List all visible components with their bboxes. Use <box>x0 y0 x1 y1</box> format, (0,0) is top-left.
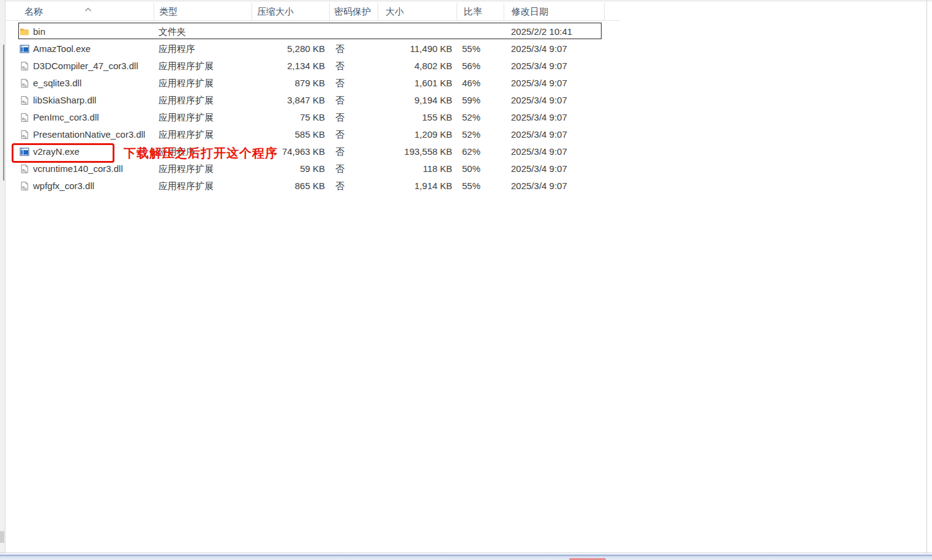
password-protected: 否 <box>329 40 378 58</box>
file-name: e_sqlite3.dll <box>33 75 81 92</box>
modified-date: 2025/3/4 9:07 <box>504 92 604 109</box>
password-protected: 否 <box>329 143 378 160</box>
file-size: 1,209 KB <box>378 126 457 143</box>
column-header-spacer <box>604 3 621 20</box>
compressed-size: 865 KB <box>252 177 329 195</box>
file-type: 应用程序扩展 <box>154 177 252 195</box>
modified-date: 2025/2/2 10:41 <box>504 23 604 40</box>
file-type: 应用程序扩展 <box>154 58 252 75</box>
modified-date: 2025/3/4 9:07 <box>504 40 604 58</box>
file-list: 名称 类型 压缩大小 密码保护 大小 比率 修改日期 bin 文件夹 2025/… <box>5 0 621 195</box>
file-name: wpfgfx_cor3.dll <box>33 177 94 195</box>
file-row[interactable]: bin 文件夹 2025/2/2 10:41 <box>5 23 621 40</box>
list-right-border <box>926 0 927 553</box>
modified-date: 2025/3/4 9:07 <box>504 160 604 177</box>
compression-ratio: 55% <box>457 177 504 195</box>
modified-date: 2025/3/4 9:07 <box>504 109 604 126</box>
password-protected: 否 <box>329 126 378 143</box>
compressed-size: 59 KB <box>252 160 329 177</box>
column-header-type[interactable]: 类型 <box>154 3 252 20</box>
compression-ratio <box>457 23 504 40</box>
file-size: 1,601 KB <box>378 75 457 92</box>
column-header-compressed-size[interactable]: 压缩大小 <box>252 3 329 20</box>
sort-ascending-icon <box>84 1 92 6</box>
modified-date: 2025/3/4 9:07 <box>504 143 604 160</box>
file-row[interactable]: vcruntime140_cor3.dll 应用程序扩展 59 KB 否 118… <box>5 160 621 177</box>
column-header-size[interactable]: 大小 <box>378 3 457 20</box>
file-name: AmazTool.exe <box>33 40 91 58</box>
row-spacer <box>604 143 621 160</box>
file-row[interactable]: PresentationNative_cor3.dll 应用程序扩展 585 K… <box>5 126 621 143</box>
password-protected: 否 <box>329 58 378 75</box>
compressed-size: 75 KB <box>252 109 329 126</box>
file-row[interactable]: wpfgfx_cor3.dll 应用程序扩展 865 KB 否 1,914 KB… <box>5 177 621 195</box>
column-header-ratio[interactable]: 比率 <box>457 3 504 20</box>
file-name: D3DCompiler_47_cor3.dll <box>33 58 138 75</box>
compressed-size: 879 KB <box>252 75 329 92</box>
compression-ratio: 52% <box>457 109 504 126</box>
compression-ratio: 50% <box>457 160 504 177</box>
password-protected <box>329 23 378 40</box>
compressed-size: 2,134 KB <box>252 58 329 75</box>
dll-icon <box>20 130 29 140</box>
column-header-name[interactable]: 名称 <box>5 3 154 20</box>
modified-date: 2025/3/4 9:07 <box>504 75 604 92</box>
row-spacer <box>604 58 621 75</box>
column-header-password[interactable]: 密码保护 <box>329 3 378 20</box>
exe-icon <box>20 44 29 54</box>
compressed-size <box>252 23 329 40</box>
dll-icon <box>20 164 29 174</box>
row-spacer <box>604 75 621 92</box>
file-type: 应用程序扩展 <box>154 109 252 126</box>
archive-file-list-screen: { "window": { "columns": [ {"label": "名称… <box>0 0 932 560</box>
file-size <box>378 23 457 40</box>
column-header-modified-date[interactable]: 修改日期 <box>504 3 604 20</box>
scrollbar-thumb[interactable] <box>3 45 4 181</box>
file-row[interactable]: e_sqlite3.dll 应用程序扩展 879 KB 否 1,601 KB 4… <box>5 75 621 92</box>
file-size: 9,194 KB <box>378 92 457 109</box>
scrollbar-block[interactable] <box>0 531 4 543</box>
compression-ratio: 56% <box>457 58 504 75</box>
file-size: 118 KB <box>378 160 457 177</box>
file-type: 应用程序 <box>154 40 252 58</box>
modified-date: 2025/3/4 9:07 <box>504 126 604 143</box>
compression-ratio: 62% <box>457 143 504 160</box>
row-spacer <box>604 126 621 143</box>
background-window-edge-bar <box>0 554 932 560</box>
file-type: 应用程序扩展 <box>154 75 252 92</box>
file-row[interactable]: D3DCompiler_47_cor3.dll 应用程序扩展 2,134 KB … <box>5 58 621 75</box>
row-spacer <box>604 160 621 177</box>
file-type: 应用程序 <box>154 143 252 160</box>
file-row[interactable]: libSkiaSharp.dll 应用程序扩展 3,847 KB 否 9,194… <box>5 92 621 109</box>
row-spacer <box>604 40 621 58</box>
dll-icon <box>20 95 29 105</box>
file-size: 193,558 KB <box>378 143 457 160</box>
compression-ratio: 59% <box>457 92 504 109</box>
password-protected: 否 <box>329 109 378 126</box>
bottom-divider-line <box>0 553 932 553</box>
file-name: PenImc_cor3.dll <box>33 109 99 126</box>
password-protected: 否 <box>329 177 378 195</box>
compression-ratio: 52% <box>457 126 504 143</box>
file-name: vcruntime140_cor3.dll <box>33 160 123 177</box>
file-rows: bin 文件夹 2025/2/2 10:41 AmazTool.exe 应用程序… <box>5 23 621 195</box>
compression-ratio: 46% <box>457 75 504 92</box>
password-protected: 否 <box>329 75 378 92</box>
compressed-size: 74,963 KB <box>252 143 329 160</box>
file-row[interactable]: PenImc_cor3.dll 应用程序扩展 75 KB 否 155 KB 52… <box>5 109 621 126</box>
row-spacer <box>604 92 621 109</box>
compression-ratio: 55% <box>457 40 504 58</box>
modified-date: 2025/3/4 9:07 <box>504 58 604 75</box>
password-protected: 否 <box>329 92 378 109</box>
file-name: bin <box>33 23 45 40</box>
column-header-row: 名称 类型 压缩大小 密码保护 大小 比率 修改日期 <box>5 3 621 21</box>
file-type: 应用程序扩展 <box>154 92 252 109</box>
file-row[interactable]: AmazTool.exe 应用程序 5,280 KB 否 11,490 KB 5… <box>5 40 621 58</box>
file-size: 11,490 KB <box>378 40 457 58</box>
file-row[interactable]: v2rayN.exe 应用程序 74,963 KB 否 193,558 KB 6… <box>5 143 621 160</box>
file-size: 4,802 KB <box>378 58 457 75</box>
file-name: v2rayN.exe <box>33 143 80 160</box>
compressed-size: 585 KB <box>252 126 329 143</box>
file-type: 应用程序扩展 <box>154 126 252 143</box>
dll-icon <box>20 78 29 88</box>
